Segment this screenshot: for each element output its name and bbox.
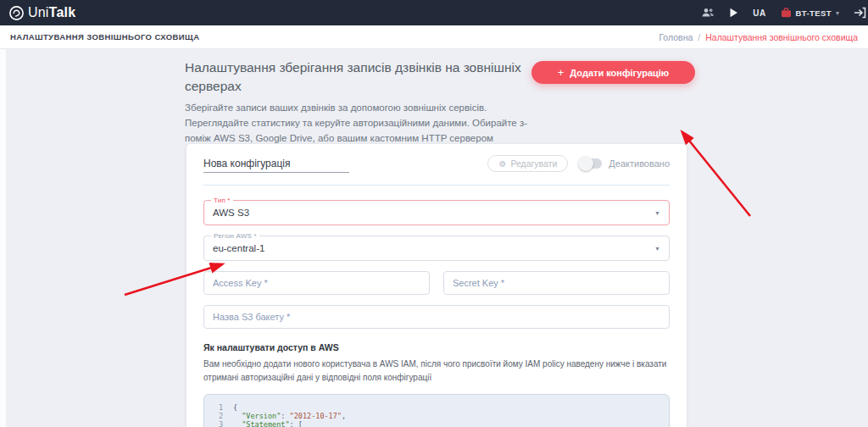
- card-divider: [203, 185, 670, 186]
- aws-help-title: Як налаштувати доступ в AWS: [203, 342, 670, 352]
- gear-icon: ⚙: [498, 159, 506, 169]
- aws-region-value: eu-central-1: [213, 243, 264, 253]
- deactivated-toggle-label: Деактивовано: [609, 158, 670, 169]
- main-content: Налаштування зберігання записів дзвінків…: [0, 49, 868, 427]
- breadcrumb-separator: /: [698, 32, 700, 42]
- briefcase-icon: [781, 8, 792, 18]
- aws-help-text: Вам необхідно додати нового користувача …: [203, 358, 670, 384]
- account-menu[interactable]: BT-TEST ▾: [781, 8, 839, 18]
- card-header: ⚙ Редагувати Деактивовано: [203, 154, 670, 173]
- type-select-label: Тип *: [211, 197, 233, 204]
- edit-button-label: Редагувати: [510, 158, 557, 169]
- iam-policy-code-block[interactable]: 1{2 "Version": "2012-10-17",3 "Statement…: [203, 394, 670, 427]
- breadcrumb-bar: НАЛАШТУВАННЯ ЗОВНІШНЬОГО СХОВИЩА Головна…: [0, 25, 868, 49]
- aws-region-select[interactable]: Регіон AWS * eu-central-1 ▼: [203, 236, 670, 261]
- type-select[interactable]: Тип * AWS S3 ▼: [203, 200, 670, 225]
- account-name: BT-TEST: [796, 8, 832, 18]
- collapsed-sidebar: [0, 49, 7, 427]
- configuration-card: ⚙ Редагувати Деактивовано Тип * AWS S3 ▼…: [186, 144, 687, 427]
- bucket-name-input[interactable]: [203, 305, 670, 329]
- chevron-down-icon: ▼: [654, 210, 660, 216]
- breadcrumb: Головна / Налаштування зовнішнього схови…: [659, 32, 858, 42]
- page-title: Налаштування зберігання записів дзвінків…: [185, 58, 534, 97]
- section-title: НАЛАШТУВАННЯ ЗОВНІШНЬОГО СХОВИЩА: [10, 32, 199, 42]
- aws-region-label: Регіон AWS *: [211, 232, 259, 240]
- code-lines: 1{2 "Version": "2012-10-17",3 "Statement…: [214, 403, 659, 427]
- top-bar: UniTalk UA BT-TEST ▾: [0, 0, 868, 25]
- breadcrumb-home-link[interactable]: Головна: [659, 32, 693, 42]
- breadcrumb-current: Налаштування зовнішнього сховища: [705, 32, 858, 42]
- chevron-down-icon: ▾: [836, 9, 839, 17]
- language-switcher[interactable]: UA: [753, 8, 765, 18]
- page-description: Зберігайте записи ваших дзвінків за допо…: [185, 101, 536, 146]
- add-configuration-button[interactable]: + Додати конфігурацію: [531, 61, 695, 84]
- secret-key-input[interactable]: [443, 271, 670, 295]
- keys-row: [203, 271, 670, 295]
- unitalk-logo-icon: [8, 5, 25, 21]
- plus-icon: +: [558, 66, 565, 79]
- logout-icon[interactable]: [854, 7, 866, 19]
- play-icon[interactable]: [729, 8, 738, 18]
- toggle-knob: [578, 156, 593, 171]
- configuration-name-input[interactable]: [203, 154, 349, 173]
- unitalk-logo[interactable]: UniTalk: [8, 5, 75, 21]
- type-select-value: AWS S3: [213, 208, 249, 218]
- deactivated-toggle-group: Деактивовано: [580, 158, 670, 169]
- team-icon[interactable]: [701, 8, 715, 18]
- access-key-input[interactable]: [203, 271, 430, 295]
- logo-text: UniTalk: [28, 5, 75, 20]
- add-configuration-label: Додати конфігурацію: [570, 68, 669, 78]
- chevron-down-icon: ▼: [654, 246, 660, 252]
- edit-button[interactable]: ⚙ Редагувати: [487, 155, 568, 172]
- deactivated-toggle[interactable]: [580, 158, 602, 169]
- arrow-to-add-button: [682, 132, 750, 216]
